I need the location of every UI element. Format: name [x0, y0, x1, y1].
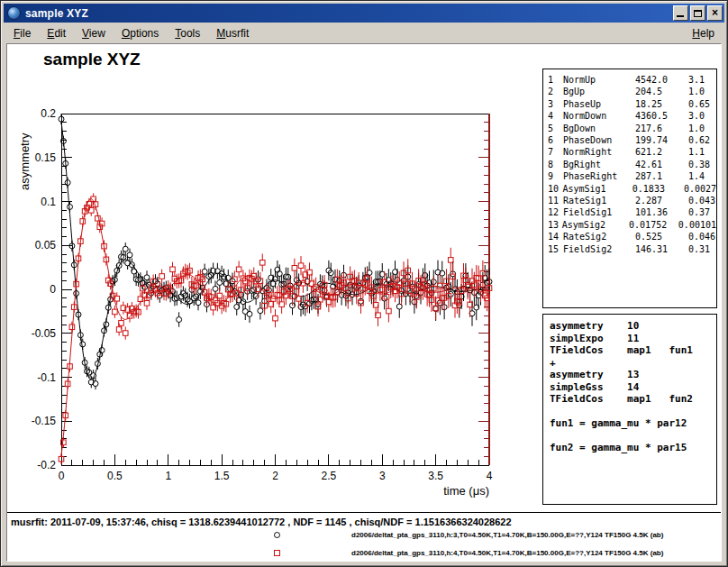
stats-line: musrfit: 2011-07-09, 15:37:46, chisq = 1…	[11, 517, 717, 527]
menu-tools[interactable]: Tools	[167, 25, 208, 41]
window-title: sample XYZ	[25, 7, 673, 20]
param-val: 101.36	[635, 206, 688, 218]
menu-musrfit[interactable]: Musrfit	[208, 25, 257, 41]
param-idx: 7	[548, 146, 563, 158]
x-tick-label: 0	[59, 470, 65, 482]
param-row-bgup: 2BgUp204.51.0	[548, 86, 716, 97]
param-name: BgRight	[563, 159, 635, 170]
param-idx: 12	[548, 206, 563, 218]
param-row-phasedown: 6PhaseDown199.740.62	[548, 134, 716, 146]
param-val: 217.6	[635, 123, 688, 134]
y-tick-label: -0.15	[32, 415, 57, 427]
y-tick-label: -0.05	[32, 327, 57, 340]
menu-options[interactable]: Options	[114, 25, 167, 41]
param-err: 0.043	[688, 195, 716, 206]
param-row-ratesig2: 14RateSig20.5250.046	[548, 231, 716, 242]
x-tick-label: 1.5	[214, 470, 230, 482]
menu-edit[interactable]: Edit	[39, 25, 74, 41]
param-idx: 13	[548, 219, 562, 231]
param-err: 1.1	[688, 146, 716, 158]
x-axis-title: time (μs)	[443, 484, 489, 498]
param-name: AsymSig2	[562, 219, 629, 231]
param-idx: 11	[548, 195, 563, 206]
param-name: AsymSig1	[562, 183, 632, 195]
maximize-button[interactable]	[690, 5, 705, 21]
param-err: 0.00101	[678, 219, 716, 231]
param-err: 0.0027	[684, 183, 716, 195]
param-name: BgDown	[563, 123, 635, 134]
y-tick-label: 0.2	[41, 107, 56, 120]
param-idx: 15	[548, 243, 563, 255]
param-row-fieldsig2: 15FieldSig2146.310.31	[548, 243, 716, 255]
legend-item: d2006/deltat_pta_gps_3110,h:4,T0=4.50K,T…	[7, 547, 721, 562]
param-name: BgUp	[563, 86, 635, 97]
param-val: 287.1	[635, 170, 688, 182]
x-tick-label: 1	[165, 470, 171, 482]
menu-help[interactable]: Help	[684, 25, 723, 41]
param-val: 204.5	[635, 86, 688, 97]
param-err: 0.046	[688, 231, 716, 242]
param-err: 0.65	[688, 98, 716, 110]
param-err: 3.0	[688, 110, 716, 122]
info-divider	[7, 512, 721, 513]
menubar: FileEditViewOptionsToolsMusrfitHelp	[4, 23, 724, 42]
param-val: 42.61	[635, 159, 688, 170]
y-tick-label: 0.1	[41, 196, 56, 208]
param-err: 3.1	[688, 74, 716, 86]
param-idx: 3	[548, 98, 563, 110]
asymmetry-plot[interactable]: 00.511.522.533.54-0.2-0.15-0.1-0.0500.05…	[7, 44, 548, 513]
param-val: 199.74	[635, 134, 688, 146]
param-val: 621.2	[635, 146, 688, 158]
param-name: PhaseRight	[563, 170, 635, 182]
param-idx: 8	[548, 159, 563, 170]
param-row-asymsig1: 10AsymSig10.18330.0027	[548, 183, 716, 195]
param-row-normup: 1NormUp4542.03.1	[548, 74, 716, 86]
param-val: 0.1833	[632, 183, 684, 195]
y-tick-label: 0.15	[35, 151, 57, 164]
titlebar[interactable]: sample XYZ ×	[4, 4, 724, 23]
param-name: RateSig2	[563, 231, 635, 242]
param-val: 0.525	[635, 231, 688, 242]
param-val: 18.25	[635, 98, 688, 110]
x-tick-label: 0.5	[107, 470, 123, 482]
param-err: 0.31	[688, 243, 716, 255]
app-icon[interactable]	[7, 6, 21, 20]
menu-view[interactable]: View	[74, 25, 114, 41]
param-idx: 5	[548, 123, 563, 134]
y-tick-label: -0.2	[37, 459, 56, 471]
param-idx: 6	[548, 134, 563, 146]
param-idx: 4	[548, 110, 563, 122]
param-idx: 2	[548, 86, 563, 97]
y-tick-label: 0.05	[35, 239, 57, 251]
param-name: NormRight	[563, 146, 635, 158]
x-tick-label: 2	[272, 470, 278, 482]
param-row-phaseup: 3PhaseUp18.250.65	[548, 98, 716, 110]
param-row-bgright: 8BgRight42.610.38	[548, 159, 716, 170]
legend-label: d2006/deltat_pta_gps_3110,h:4,T0=4.50K,T…	[351, 549, 663, 557]
theory-box: asymmetry 10 simplExpo 11 TFieldCos map1…	[542, 314, 717, 505]
legend-label: d2006/deltat_pta_gps_3110,h:3,T0=4.50K,T…	[351, 531, 663, 539]
param-err: 0.38	[688, 159, 716, 170]
x-tick-label: 3.5	[428, 470, 443, 482]
param-row-phaseright: 9PhaseRight287.11.4	[548, 170, 716, 182]
y-axis-title: asymmetry	[18, 133, 32, 190]
menu-file[interactable]: File	[5, 25, 39, 41]
param-err: 1.0	[688, 86, 716, 97]
param-row-ratesig1: 11RateSig12.2870.043	[548, 195, 716, 206]
x-tick-label: 2.5	[322, 470, 337, 482]
data-series-2	[59, 193, 492, 464]
parameter-box: 1NormUp4542.03.12BgUp204.51.03PhaseUp18.…	[542, 69, 717, 308]
param-row-normright: 7NormRight621.21.1	[548, 146, 716, 158]
param-row-normdown: 4NormDown4360.53.0	[548, 110, 716, 122]
param-idx: 14	[548, 231, 563, 242]
x-tick-label: 4	[487, 470, 493, 482]
param-val: 4360.5	[635, 110, 688, 122]
y-tick-label: -0.1	[37, 371, 56, 384]
legend-item: d2006/deltat_pta_gps_3110,h:3,T0=4.50K,T…	[7, 529, 721, 544]
close-button[interactable]: ×	[707, 5, 723, 21]
maximize-icon	[694, 10, 702, 17]
param-idx: 1	[548, 74, 563, 86]
x-tick-label: 3	[379, 470, 386, 482]
minimize-button[interactable]	[673, 5, 688, 21]
param-err: 1.4	[688, 170, 716, 182]
